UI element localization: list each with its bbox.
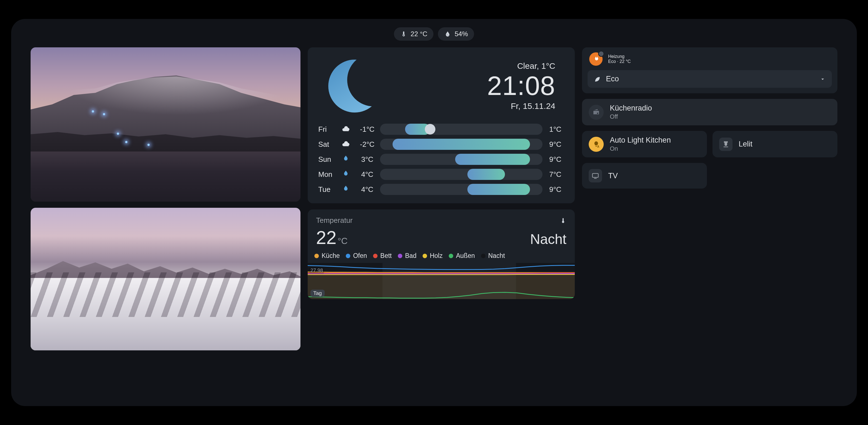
legend-item[interactable]: Bett (373, 252, 392, 260)
status-temperature-value: 22 °C (411, 30, 427, 38)
forecast-now-marker (425, 124, 435, 135)
legend-dot (373, 254, 377, 258)
status-temperature-chip[interactable]: 22 °C (394, 27, 433, 41)
legend-label: Nacht (488, 252, 505, 260)
moon-icon (328, 60, 381, 113)
forecast-bar (380, 154, 542, 165)
temperature-chart: 27.98 Tag (308, 263, 575, 299)
middle-column: Clear, 1°C 21:08 Fr, 15.11.24 Fri-1°C1°C… (308, 47, 575, 350)
forecast-high: 9°C (547, 140, 564, 149)
rain-icon (342, 185, 351, 194)
radio-card[interactable]: Küchenradio Off (582, 99, 837, 125)
weather-card[interactable]: Clear, 1°C 21:08 Fr, 15.11.24 Fri-1°C1°C… (308, 47, 575, 203)
weather-time: 21:08 (487, 72, 555, 100)
forecast-day: Sun (318, 155, 338, 164)
legend-dot (423, 254, 427, 258)
lelit-card[interactable]: Lelit (712, 131, 837, 158)
chevron-down-icon (819, 76, 826, 82)
leaf-icon (594, 76, 601, 83)
forecast-bar (380, 124, 542, 135)
legend-dot (481, 254, 486, 258)
controls-column: Heizung Eco · 22 °C Eco (582, 47, 837, 350)
status-humidity-value: 54% (455, 30, 468, 38)
forecast-bar (380, 169, 542, 180)
dashboard: 22 °C 54% (11, 19, 857, 406)
legend-dot (346, 254, 350, 258)
thermometer-icon (400, 30, 407, 37)
svg-rect-4 (593, 173, 598, 177)
forecast-day: Mon (318, 170, 338, 179)
temperature-card-title: Temperatur (316, 216, 353, 225)
forecast-row[interactable]: Sun3°C9°C (318, 154, 564, 165)
coffee-machine-icon (719, 138, 733, 151)
forecast-low: 4°C (358, 170, 376, 179)
lelit-name: Lelit (739, 140, 752, 148)
legend-item[interactable]: Ofen (346, 252, 367, 260)
forecast-high: 1°C (547, 125, 564, 134)
lightbulb-auto-icon: A (589, 137, 604, 152)
forecast-row[interactable]: Mon4°C7°C (318, 169, 564, 180)
radio-subtitle: Off (610, 113, 652, 120)
cloud-icon (342, 140, 351, 149)
heating-subtitle: Eco · 22 °C (608, 59, 631, 64)
forecast-high: 7°C (547, 170, 564, 179)
radio-name: Küchenradio (610, 104, 652, 113)
forecast-high: 9°C (547, 185, 564, 194)
legend-label: Küche (321, 252, 340, 260)
temperature-state: Nacht (530, 231, 566, 247)
legend-item[interactable]: Holz (423, 252, 443, 260)
auto-light-kitchen-card[interactable]: A Auto Light Kitchen On (582, 131, 707, 158)
fire-icon (589, 52, 602, 66)
forecast-row[interactable]: Fri-1°C1°C (318, 124, 564, 135)
forecast-day: Tue (318, 185, 338, 194)
forecast-high: 9°C (547, 155, 564, 164)
legend-item[interactable]: Bad (398, 252, 416, 260)
auto-light-name: Auto Light Kitchen (610, 136, 671, 145)
temperature-legend: KücheOfenBettBadHolzAußenNacht (308, 251, 575, 263)
heating-card[interactable]: Heizung Eco · 22 °C Eco (582, 47, 837, 93)
camera-column (31, 47, 301, 350)
legend-label: Bett (380, 252, 392, 260)
thermometer-icon (560, 217, 566, 224)
weather-date: Fr, 15.11.24 (487, 102, 555, 111)
camera-image-1[interactable] (31, 47, 301, 202)
forecast-bar (380, 184, 542, 195)
chart-x-tag: Tag (310, 290, 325, 297)
rain-icon (342, 170, 351, 179)
humidity-icon (444, 30, 451, 37)
forecast-day: Fri (318, 125, 338, 134)
auto-light-subtitle: On (610, 145, 671, 152)
legend-label: Ofen (353, 252, 367, 260)
forecast-bar (380, 139, 542, 150)
legend-label: Holz (430, 252, 443, 260)
forecast-row[interactable]: Tue4°C9°C (318, 184, 564, 195)
legend-label: Außen (456, 252, 475, 260)
svg-text:A: A (597, 145, 599, 148)
legend-item[interactable]: Außen (449, 252, 475, 260)
tv-card[interactable]: TV (582, 163, 707, 189)
legend-dot (449, 254, 453, 258)
rain-icon (342, 154, 351, 164)
forecast-list: Fri-1°C1°CSat-2°C9°CSun3°C9°CMon4°C7°CTu… (317, 124, 565, 195)
cloud-icon (342, 124, 351, 134)
legend-dot (314, 254, 319, 258)
weather-condition: Clear, 1°C (487, 61, 555, 71)
chart-y-label: 27.98 (309, 267, 324, 274)
forecast-row[interactable]: Sat-2°C9°C (318, 139, 564, 150)
tv-icon (589, 169, 602, 182)
radio-icon (589, 105, 604, 120)
legend-label: Bad (405, 252, 416, 260)
temperature-card[interactable]: Temperatur 22°C Nacht KücheOfenBettBadHo… (308, 209, 575, 299)
heating-preset-value: Eco (606, 75, 619, 83)
legend-item[interactable]: Nacht (481, 252, 505, 260)
status-bar: 22 °C 54% (31, 27, 837, 41)
forecast-low: 4°C (358, 185, 376, 194)
forecast-low: -1°C (358, 125, 376, 134)
heating-preset-select[interactable]: Eco (588, 70, 832, 88)
forecast-low: -2°C (358, 140, 376, 149)
status-humidity-chip[interactable]: 54% (438, 27, 474, 41)
tv-name: TV (608, 172, 618, 180)
camera-image-2[interactable] (31, 208, 301, 350)
legend-dot (398, 254, 402, 258)
legend-item[interactable]: Küche (314, 252, 340, 260)
